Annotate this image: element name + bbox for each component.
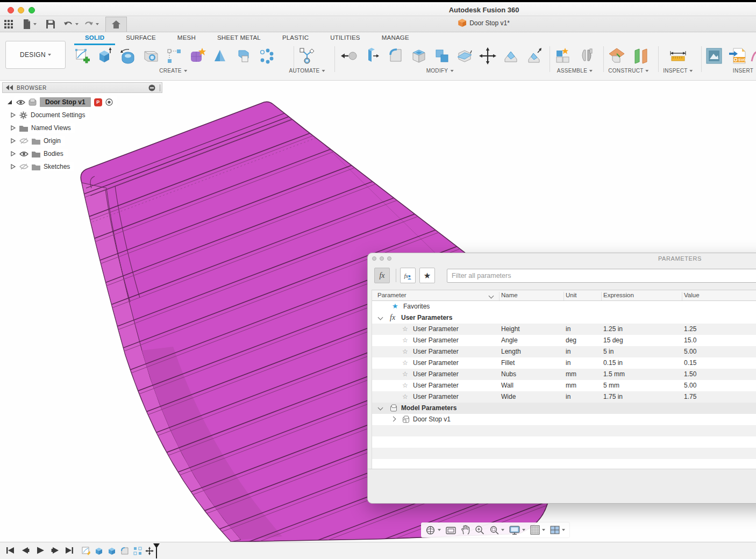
thicken-icon[interactable] — [363, 46, 382, 66]
param-row-fillet[interactable]: ☆ User Parameter Fillet in 0.15 in 0.15 — [372, 357, 756, 369]
all-parameters-toggle-button[interactable]: fx — [374, 268, 390, 283]
parameters-dialog[interactable]: PARAMETERS fx fx ★ Parameter Name Unit E… — [367, 253, 756, 504]
assemble-group-label[interactable]: ASSEMBLE — [557, 68, 593, 74]
param-row-wide[interactable]: ☆ User Parameter Wide in 1.75 in 1.75 — [372, 391, 756, 403]
param-row-angle[interactable]: ☆ User Parameter Angle deg 15 deg 15.0 — [372, 335, 756, 346]
tree-row-sketches[interactable]: Sketches — [5, 160, 117, 173]
tab-utilities[interactable]: UTILITIES — [319, 32, 370, 45]
undo-icon[interactable] — [63, 18, 79, 31]
param-row-wall[interactable]: ☆ User Parameter Wall mm 5 mm 5.00 — [372, 380, 756, 391]
col-unit[interactable]: Unit — [566, 292, 576, 298]
expanded-triangle-icon[interactable] — [5, 98, 14, 106]
tab-plastic[interactable]: PLASTIC — [272, 32, 319, 45]
minimize-window-button[interactable] — [18, 7, 24, 13]
timeline-fillet-feature-icon[interactable] — [120, 547, 129, 557]
collapse-panel-icon[interactable] — [6, 85, 13, 90]
extrude-icon[interactable] — [95, 46, 114, 66]
visibility-eye-icon[interactable] — [16, 99, 25, 105]
tree-row-origin[interactable]: Origin — [5, 134, 117, 147]
browser-panel-header[interactable]: BROWSER — [2, 82, 162, 93]
skip-to-start-icon[interactable] — [5, 546, 15, 557]
dialog-close-icon[interactable] — [372, 256, 376, 261]
loft-icon[interactable] — [210, 46, 230, 66]
collapsed-arrow-icon[interactable] — [9, 163, 17, 170]
close-window-button[interactable] — [8, 7, 14, 13]
collapsed-arrow-icon[interactable] — [9, 150, 17, 157]
delete-icon[interactable] — [524, 46, 544, 66]
favorites-row[interactable]: ★ Favorites — [372, 301, 756, 312]
model-parameters-group-row[interactable]: Model Parameters — [372, 403, 756, 414]
star-outline-icon[interactable]: ☆ — [402, 336, 408, 344]
component-row-door-stop[interactable]: Door Stop v1 — [372, 414, 756, 425]
display-settings-icon[interactable] — [509, 526, 525, 535]
redo-icon[interactable] — [84, 18, 99, 31]
move-copy-icon[interactable] — [478, 46, 497, 66]
col-name[interactable]: Name — [501, 292, 518, 298]
home-view-button[interactable] — [105, 17, 127, 32]
skip-to-end-icon[interactable] — [65, 546, 74, 557]
shell-icon[interactable] — [409, 46, 429, 66]
insert-canvas-icon[interactable] — [704, 46, 724, 66]
timeline-pattern-feature-icon[interactable] — [133, 547, 142, 557]
user-parameters-group-row[interactable]: fx User Parameters — [372, 312, 756, 324]
chevron-down-icon[interactable] — [378, 315, 383, 320]
visibility-off-eye-icon[interactable] — [19, 163, 28, 170]
grid-display-icon[interactable] — [530, 525, 545, 535]
measure-icon[interactable] — [668, 46, 688, 66]
insert-mesh-icon[interactable] — [748, 46, 756, 66]
chevron-down-icon[interactable] — [378, 405, 383, 411]
col-parameter[interactable]: Parameter — [377, 292, 406, 298]
split-body-icon[interactable] — [455, 46, 474, 66]
construct-group-label[interactable]: CONSTRUCT — [608, 68, 648, 74]
automate-group-label[interactable]: AUTOMATE — [289, 68, 325, 74]
step-forward-icon[interactable] — [51, 546, 60, 557]
star-outline-icon[interactable]: ☆ — [402, 393, 408, 400]
document-tab[interactable]: Door Stop v1* — [458, 19, 510, 27]
orbit-icon[interactable] — [425, 525, 441, 535]
combine-icon[interactable] — [432, 46, 452, 66]
favorites-filter-button[interactable]: ★ — [419, 268, 435, 283]
panel-display-toggle-icon[interactable] — [148, 84, 155, 91]
param-row-nubs[interactable]: ☆ User Parameter Nubs mm 1.5 mm 1.50 — [372, 369, 756, 380]
table-header-row[interactable]: Parameter Name Unit Expression Value — [372, 290, 756, 301]
align-icon[interactable] — [501, 46, 520, 66]
tab-mesh[interactable]: MESH — [167, 32, 206, 45]
tree-row-root[interactable]: Door Stop v1 P — [5, 96, 117, 109]
collapsed-arrow-icon[interactable] — [9, 137, 17, 145]
visibility-off-eye-icon[interactable] — [19, 138, 28, 144]
dialog-zoom-icon[interactable] — [387, 256, 391, 261]
chevron-right-icon[interactable] — [391, 417, 396, 422]
joint-icon[interactable] — [577, 46, 596, 66]
app-grid-icon[interactable] — [4, 18, 13, 31]
root-component-label[interactable]: Door Stop v1 — [40, 97, 91, 107]
insert-svg-icon[interactable]: SVG — [728, 46, 747, 66]
construct-planes-icon[interactable] — [631, 46, 650, 66]
tab-manage[interactable]: MANAGE — [371, 32, 420, 45]
param-row-length[interactable]: ☆ User Parameter Length in 5 in 5.00 — [372, 346, 756, 357]
col-value[interactable]: Value — [684, 292, 700, 298]
timeline-extrude-feature-icon[interactable] — [95, 547, 103, 557]
star-outline-icon[interactable]: ☆ — [402, 382, 408, 389]
panel-resize-handle[interactable] — [160, 84, 160, 91]
create-form-icon[interactable] — [187, 46, 206, 66]
step-back-icon[interactable] — [20, 546, 30, 557]
create-group-label[interactable]: CREATE — [159, 68, 187, 74]
viewports-icon[interactable] — [550, 526, 565, 534]
zoom-icon[interactable] — [475, 525, 484, 535]
filter-parameters-input[interactable] — [447, 269, 756, 283]
modify-group-label[interactable]: MODIFY — [426, 68, 454, 74]
timeline-sketch-feature-icon[interactable] — [82, 547, 90, 557]
circular-pattern-icon[interactable] — [256, 46, 276, 66]
file-menu-icon[interactable] — [23, 18, 37, 31]
inspect-group-label[interactable]: INSPECT — [663, 68, 693, 74]
play-icon[interactable] — [35, 546, 45, 557]
star-outline-icon[interactable]: ☆ — [402, 348, 408, 355]
timeline-extrude-feature-icon[interactable] — [108, 547, 116, 557]
hole-icon[interactable] — [141, 46, 161, 66]
param-row-height[interactable]: ☆ User Parameter Height in 1.25 in 1.25 — [372, 324, 756, 335]
boolean-icon[interactable] — [233, 46, 253, 66]
rectangular-pattern-icon[interactable] — [164, 46, 183, 66]
save-icon[interactable] — [46, 18, 55, 31]
tab-sheet-metal[interactable]: SHEET METAL — [206, 32, 272, 45]
revolve-icon[interactable] — [118, 46, 138, 66]
